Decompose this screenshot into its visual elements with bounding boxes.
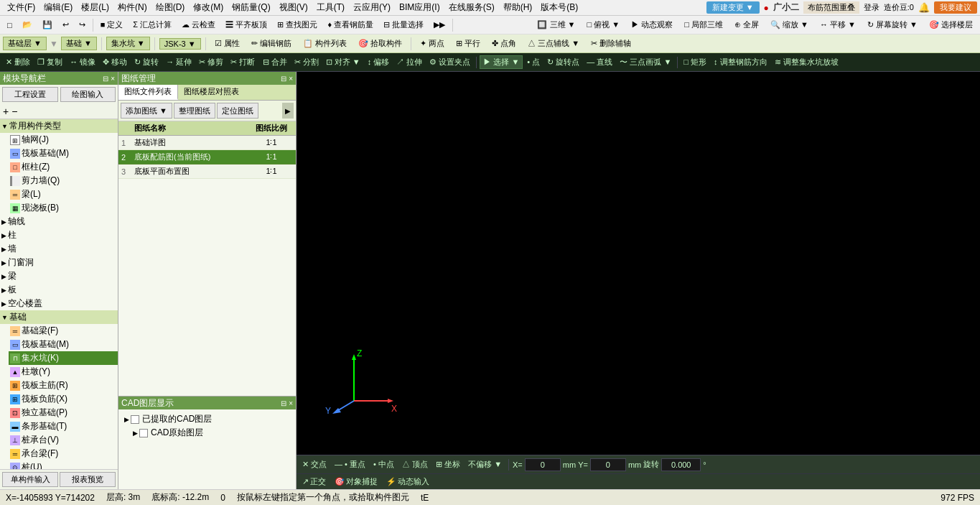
tb3-line[interactable]: — 直线 [584,56,615,68]
tb3-adjustrebar[interactable]: ↕ 调整钢筋方向 [711,56,770,68]
drawing-row-1[interactable]: 1 基础详图 1∶1 [118,136,296,150]
tree-item-capbeam[interactable]: ═ 承台梁(F) [9,447,118,460]
tree-item-fomainrebar[interactable]: ⊞ 筏板主筋(R) [9,379,118,392]
bujiefan-btn[interactable]: 布筋范围重叠 [803,1,859,14]
scroll-right-btn[interactable]: ▶ [282,103,294,119]
tb3-stretch[interactable]: ↗ 拉伸 [393,56,425,68]
tree-item-col[interactable]: ▶ 柱 [0,228,118,242]
report-preview-btn[interactable]: 报表预览 [60,472,116,487]
tb1-rotate[interactable]: ↻ 屏幕旋转 ▼ [863,19,922,31]
menu-modify[interactable]: 修改(M) [189,0,228,15]
tb1-rebar[interactable]: ♦ 查看钢筋量 [323,19,378,31]
tree-item-fonegrebar[interactable]: ⊞ 筏板负筋(X) [9,392,118,406]
tree-item-fopit[interactable]: ⊓ 集水坑(K) [9,351,118,365]
tb1-redo[interactable]: ↪ [75,19,90,30]
cad-item-extracted[interactable]: ▶ 已提取的CAD图层 [121,412,293,426]
menu-cloud[interactable]: 云应用(Y) [349,0,395,15]
tb1-align[interactable]: ☰ 平齐板顶 [221,19,271,31]
tb3-move[interactable]: ✥ 移动 [100,56,130,68]
tree-item-focold[interactable]: ▲ 柱墩(Y) [9,365,118,379]
menu-component[interactable]: 构件(N) [113,0,151,15]
tree-item-raft[interactable]: ▭ 筏板基础(M) [9,147,118,160]
tb1-undo[interactable]: ↩ [58,19,73,30]
tb1-pan[interactable]: ↔ 平移 ▼ [816,19,860,31]
tree-item-foundation[interactable]: ▼ 基础 [0,310,118,324]
tree-item-foraft[interactable]: ▭ 筏板基础(M) [9,338,118,351]
tree-item-column[interactable]: □ 框柱(Z) [9,160,118,174]
tree-item-doors[interactable]: ▶ 门窗洞 [0,256,118,269]
tb1-3d[interactable]: 🔲 三维 ▼ [533,19,579,31]
tb2-property[interactable]: ☑ 属性 [210,37,244,50]
organize-drawing-btn[interactable]: 整理图纸 [174,103,215,119]
tb1-dynobs[interactable]: ▶ 动态观察 [627,19,677,31]
tb2-editrebar[interactable]: ✏ 编辑钢筋 [247,37,296,50]
tree-item-board[interactable]: ▦ 现浇板(B) [9,201,118,215]
tb1-batch[interactable]: ⊟ 批量选择 [379,19,428,31]
tb1-find[interactable]: ⊞ 查找图元 [273,19,322,31]
tb3-mirror[interactable]: ↔ 镜像 [67,56,98,68]
cad-item-original[interactable]: ▶ CAD原始图层 [121,426,293,440]
tb3-arc[interactable]: 〜 三点画弧 ▼ [617,56,674,68]
cad-panel-float-btn[interactable]: ⊟ × [281,399,293,407]
tb1-define[interactable]: ■ 定义 [96,19,128,31]
tb3-trim[interactable]: ✂ 修剪 [196,56,226,68]
new-change-btn[interactable]: 新建变更 ▼ [706,1,760,14]
tb3-break[interactable]: ✂ 打断 [228,56,258,68]
left-panel-minus-icon[interactable]: − [11,106,17,117]
tb2-base[interactable]: 基础 ▼ [61,37,97,50]
drawing-row-2[interactable]: 2 底板配筋图(当前图纸) 1∶1 [118,150,296,165]
tree-item-pileitem[interactable]: ⊙ 桩(U) [9,460,118,469]
menu-file[interactable]: 文件(F) [3,0,39,15]
tree-item-fobeam[interactable]: ═ 基础梁(F) [9,324,118,338]
tb3-rotatepoint[interactable]: ↻ 旋转点 [544,56,582,68]
menu-service[interactable]: 在线服务(S) [444,0,499,15]
tree-item-common[interactable]: ▼ 常用构件类型 [0,119,118,133]
engineering-settings-btn[interactable]: 工程设置 [2,87,58,102]
tb1-zoom[interactable]: 🔍 缩放 ▼ [766,19,813,31]
cad-checkbox-original[interactable] [139,429,148,437]
rotate-input[interactable] [661,458,701,471]
tb2-pit[interactable]: 集水坑 ▼ [106,37,150,50]
menu-tools[interactable]: 工具(T) [312,0,349,15]
tb2-threepts[interactable]: △ 三点辅线 ▼ [523,37,584,50]
tb1-more[interactable]: ▶▶ [429,19,449,30]
x-input[interactable] [525,458,561,471]
tree-item-axis[interactable]: ⊞ 轴网(J) [9,133,118,147]
middle-panel-float-btn[interactable]: ⊟ × [281,75,293,83]
tb2-ptangle[interactable]: ✤ 点角 [487,37,521,50]
menu-rebar-qty[interactable]: 钢筋量(Q) [228,0,274,15]
tb3-delete[interactable]: ✕ 删除 [3,56,33,68]
tb2-jsk[interactable]: JSK-3 ▼ [159,38,201,50]
tb3-grip[interactable]: ⚙ 设置夹点 [426,56,473,68]
tree-item-beam[interactable]: ═ 梁(L) [9,187,118,201]
tb2-delaxis[interactable]: ✂ 删除辅轴 [587,37,635,50]
tree-item-hollow[interactable]: ▶ 空心楼盖 [0,297,118,310]
drawing-row-3[interactable]: 3 底板平面布置图 1∶1 [118,165,296,179]
help-btn[interactable]: 我要建议 [934,1,977,14]
tb1-open[interactable]: 📂 [18,19,37,30]
tb1-new[interactable]: □ [3,20,17,30]
tb1-save[interactable]: 💾 [38,19,57,30]
tree-item-pilepile[interactable]: ⊥ 桩承台(V) [9,433,118,447]
tb3-align[interactable]: ⊡ 对齐 ▼ [323,56,363,68]
tb3-offset[interactable]: ↕ 偏移 [365,56,393,68]
canvas-main[interactable]: Z X Y [297,72,980,455]
left-panel-float-btn[interactable]: ⊟ × [103,75,115,83]
menu-floor[interactable]: 楼层(L) [77,0,113,15]
menu-bim[interactable]: BIM应用(I) [395,0,444,15]
alert-icon[interactable]: 🔔 [918,2,930,13]
cad-checkbox-extracted[interactable] [131,415,139,424]
tb1-sum[interactable]: Σ 汇总计算 [129,19,176,31]
tb2-parallel[interactable]: ⊞ 平行 [452,37,485,50]
tb3-rect[interactable]: □ 矩形 [681,56,709,68]
tb3-merge[interactable]: ⊟ 合并 [260,56,290,68]
tb3-copy[interactable]: ❐ 复制 [34,56,65,68]
snap-no-offset[interactable]: 不偏移 ▼ [465,458,505,471]
tb3-adjustpit[interactable]: ≋ 调整集水坑放坡 [772,56,841,68]
tb2-twopts[interactable]: ✦ 两点 [416,37,449,50]
tb1-selectfloor[interactable]: 🎯 选择楼层 [925,19,977,31]
tb3-point[interactable]: • 点 [524,56,543,68]
tb1-fullscreen[interactable]: ⊕ 全屏 [730,19,763,31]
tree-item-slabsec[interactable]: ▶ 板 [0,283,118,297]
menu-edit[interactable]: 编辑(E) [39,0,77,15]
